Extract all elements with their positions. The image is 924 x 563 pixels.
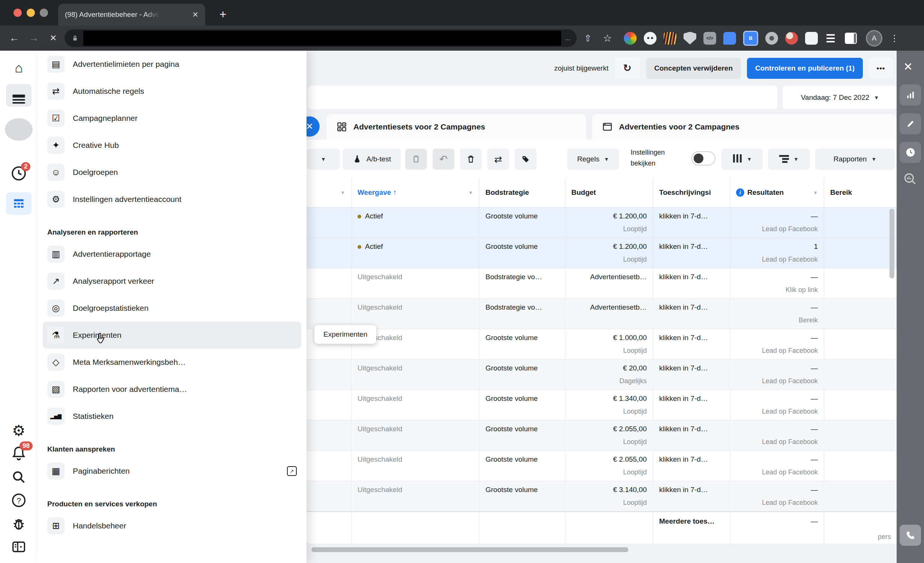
camera-extension-icon[interactable] [765, 32, 778, 45]
playlist-extension-icon[interactable] [825, 32, 838, 45]
forward-icon[interactable]: → [26, 32, 42, 44]
view-settings-toggle[interactable] [691, 151, 715, 166]
character-extension-icon[interactable] [785, 32, 798, 45]
edit-button[interactable] [900, 113, 921, 134]
share-icon[interactable]: ⇧ [580, 33, 596, 44]
menu-item-page-posts[interactable]: ▦Paginaberichten↗ [38, 458, 306, 485]
tab-close-icon[interactable]: ✕ [192, 10, 198, 19]
menu-item-audiences[interactable]: ☺Doelgroepen [38, 159, 306, 186]
main-menu-button[interactable] [6, 84, 32, 107]
contact-support-button[interactable] [900, 525, 921, 546]
menu-item-experiments[interactable]: ⚗Experimenten [43, 322, 301, 349]
delivery-column-header[interactable]: Weergave ↑▼ [352, 178, 479, 207]
table-row[interactable]: Uitgeschakeld Grootste volume € 1.000,00… [306, 329, 924, 360]
code-extension-icon[interactable]: </> [703, 32, 716, 45]
browser-menu-icon[interactable]: ⋮ [890, 33, 900, 44]
menu-item-campaign-planner[interactable]: ☑Campagneplanner [38, 105, 306, 132]
menu-item-ads-reporting[interactable]: ▥Advertentierapportage [38, 241, 306, 268]
browser-tab[interactable]: (98) Advertentiebeheer - Adve ✕ [58, 4, 205, 26]
help-button[interactable]: ? [0, 492, 38, 510]
date-range-picker[interactable]: Vandaag: 7 Dec 2022 ▼ [783, 86, 897, 109]
back-icon[interactable]: ← [6, 32, 23, 44]
budget-column-header[interactable]: Budget [565, 178, 653, 207]
tag-extension-icon[interactable] [723, 32, 736, 45]
table-row[interactable]: Uitgeschakeld Grootste volume € 20,00Dag… [306, 360, 924, 390]
close-panel-icon[interactable]: ✕ [903, 60, 913, 73]
window-close-button[interactable] [14, 9, 22, 17]
menu-item-traffic-analysis[interactable]: ↗Analyserapport verkeer [38, 268, 306, 295]
menu-item-creative-hub[interactable]: ✦Creative Hub [38, 132, 306, 159]
delete-drafts-button[interactable]: Concepten verwijderen [646, 58, 741, 79]
pinwheel-extension-icon[interactable] [624, 32, 637, 45]
table-row[interactable]: Uitgeschakeld Grootste volume € 3.140,00… [306, 481, 924, 512]
rules-dropdown[interactable]: Regels▼ [567, 149, 619, 170]
audience-insights-icon: ◎ [47, 300, 65, 317]
undo-button[interactable]: ↶ [433, 149, 454, 170]
search-filter-bar[interactable] [308, 86, 777, 109]
duplicate-split-dropdown[interactable]: ▼ [307, 149, 340, 170]
menu-item-commerce[interactable]: ⊞Handelsbeheer [38, 512, 306, 539]
reports-dropdown[interactable]: Rapporten▼ [815, 149, 895, 170]
refresh-button[interactable]: ↻ [614, 58, 640, 79]
account-avatar[interactable] [5, 118, 33, 141]
shield-extension-icon[interactable] [684, 32, 696, 45]
bookmark-star-icon[interactable]: ☆ [599, 32, 616, 44]
more-actions-button[interactable]: ••• [869, 58, 893, 79]
attribution-column-header[interactable]: Toeschrijvingsi [653, 178, 730, 207]
table-row[interactable]: Uitgeschakeld Grootste volume € 2.055,00… [306, 420, 924, 451]
history-button[interactable] [900, 142, 921, 163]
menu-item-ad-account-settings[interactable]: ⚙Instellingen advertentieaccount [38, 186, 306, 213]
chevron-down-icon: ▼ [813, 190, 818, 196]
table-row[interactable]: Uitgeschakeld Grootste volume € 1.340,00… [306, 390, 924, 420]
inspect-button[interactable] [902, 171, 918, 189]
browser-profile-avatar[interactable]: A [866, 30, 882, 47]
search-button[interactable] [0, 468, 38, 487]
horizontal-scrollbar[interactable] [311, 547, 628, 552]
stripes-extension-icon[interactable] [664, 32, 676, 45]
vertical-scrollbar[interactable] [889, 209, 894, 278]
name-column-header[interactable]: ▼ [306, 178, 352, 207]
table-row[interactable]: Actief Grootste volume € 1.200,00Looptij… [306, 208, 924, 238]
stop-loading-icon[interactable]: ✕ [45, 33, 62, 43]
menu-item-audience-insights[interactable]: ◎Doelgroepstatistieken [38, 295, 306, 322]
table-row[interactable]: Uitgeschakeld Grootste volume € 2.055,00… [306, 451, 924, 481]
menu-item-statistics[interactable]: ▂▅▇Statistieken [38, 403, 306, 430]
ads-reporting-icon: ▥ [47, 245, 65, 263]
menu-item-automatic-rules[interactable]: ⇄Automatische regels [38, 78, 306, 105]
home-icon[interactable]: ⌂ [0, 60, 38, 76]
recent-tasks-button[interactable]: 2 [0, 164, 38, 184]
export-feedback-button[interactable]: ⇄ [487, 149, 509, 170]
tab-ads[interactable]: Advertenties voor 2 Campagnes [592, 114, 897, 140]
performance-charts-button[interactable] [900, 84, 921, 105]
table-row[interactable]: Uitgeschakeld Bodstrategie vo… Advertent… [306, 268, 924, 299]
robot-extension-icon[interactable] [644, 32, 657, 45]
breakdown-dropdown[interactable]: ▼ [768, 149, 810, 170]
notifications-button[interactable]: 98 [0, 444, 38, 463]
collapse-panel-button[interactable] [0, 538, 38, 557]
menu-item-brand-collabs[interactable]: ◇Meta Merksamenwerkingsbeh… [38, 349, 306, 376]
bid-strategy-column-header[interactable]: Bodstrategie [479, 178, 565, 207]
results-column-header[interactable]: iResultaten▼ [730, 178, 824, 207]
sidepanel-extension-icon[interactable] [845, 33, 857, 44]
columns-dropdown[interactable]: ▼ [721, 149, 763, 170]
settings-gear-icon[interactable]: ⚙ [0, 422, 38, 439]
puzzle-extension-icon[interactable] [805, 32, 818, 45]
report-bug-button[interactable] [0, 515, 38, 534]
paste-button[interactable] [405, 149, 427, 170]
table-row[interactable]: Uitgeschakeld Bodstrategie vo… Advertent… [306, 299, 924, 329]
new-tab-button[interactable]: + [219, 8, 227, 20]
ads-manager-nav-button[interactable] [6, 192, 32, 215]
url-bar[interactable]: ... [65, 29, 577, 47]
delete-button[interactable] [460, 149, 482, 170]
info-icon[interactable]: i [736, 188, 744, 197]
table-row[interactable]: Actief Grootste volume € 1.200,00Looptij… [306, 238, 924, 268]
menu-item-ad-assets-reports[interactable]: ▧Rapporten voor advertentiema… [38, 376, 306, 403]
review-publish-button[interactable]: Controleren en publiceren (1) [747, 58, 863, 79]
tab-adsets[interactable]: Advertentiesets voor 2 Campagnes [326, 114, 586, 140]
window-minimize-button[interactable] [27, 9, 35, 17]
tag-button[interactable] [515, 149, 536, 170]
translate-b-extension-icon[interactable]: B [743, 31, 758, 46]
ab-test-button[interactable]: A/b-test [343, 149, 401, 170]
menu-item-page-limits[interactable]: ▤Advertentielimieten per pagina [38, 51, 306, 78]
window-zoom-button[interactable] [40, 9, 48, 17]
